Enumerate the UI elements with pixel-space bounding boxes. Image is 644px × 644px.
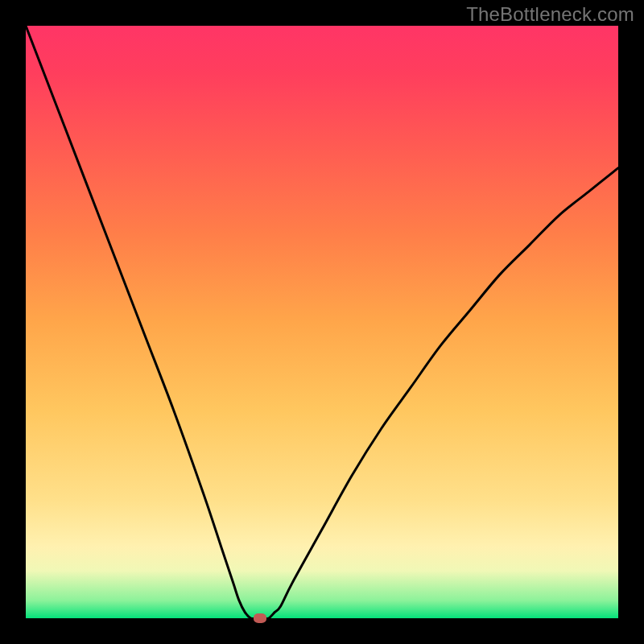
curve-svg xyxy=(26,26,618,618)
chart-frame: TheBottleneck.com xyxy=(0,0,644,644)
plot-area xyxy=(26,26,618,618)
bottleneck-curve xyxy=(26,26,618,619)
watermark-text: TheBottleneck.com xyxy=(466,3,634,26)
minimum-marker xyxy=(254,613,266,623)
